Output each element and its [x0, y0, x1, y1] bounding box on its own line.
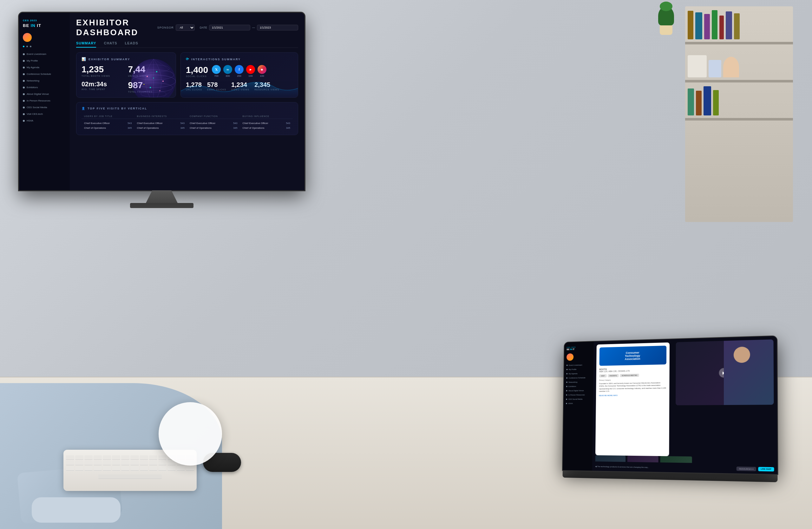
avg-time-label: AVG. TIME SPENT: [82, 88, 124, 90]
laptop-nav-in-person[interactable]: In Person Resources: [564, 393, 593, 397]
date-range-control: DATE —: [200, 25, 298, 30]
laptop-nav-networking[interactable]: Networking: [564, 380, 593, 384]
laptop-video-area: ▶: [676, 339, 774, 405]
topfive-col-business-interests: BUSINESS INTERESTS Chief Executive Offic…: [134, 114, 187, 130]
dashboard-tabs: SUMMARY CHATS LEADS: [76, 41, 298, 48]
logo-beinit-label: BE IN IT: [23, 23, 66, 28]
tab-leads[interactable]: LEADS: [125, 41, 138, 47]
laptop-exhibitor-content: ConsumerTechnologyAssociation BOOTH ABA …: [592, 336, 778, 474]
monitor-screen: CES 2023 BE IN IT Event Livestream: [19, 13, 304, 190]
sponsor-control: SPONSOR All: [157, 25, 195, 31]
live-chat-button[interactable]: LIVE CHAT: [758, 467, 774, 471]
table-row: Chief Executive Officer 543: [82, 121, 134, 126]
resources-button[interactable]: RESOURCES ▾: [737, 467, 756, 471]
laptop-favorite-button[interactable]: FAVORITE: [608, 374, 619, 377]
mouse-pad: [159, 402, 222, 466]
laptop-booth-info: BOOTH ABA 129, ABA 130, CESMS-179: [599, 367, 666, 373]
linkedin-count: 300: [226, 75, 230, 77]
laptop-schedule-button[interactable]: SCHEDULE MEETING: [620, 373, 639, 377]
laptop-video-overlay: ▶: [676, 339, 774, 405]
total-booth-views-label: TOTAL BOOTH VIEWS: [82, 75, 124, 77]
dashboard-controls: SPONSOR All DATE —: [157, 25, 298, 31]
summary-cards-row: 📊 EXHIBITOR SUMMARY 1,235 TOTAL BOOTH VI…: [76, 52, 298, 98]
date-to-input[interactable]: [257, 25, 298, 30]
date-label: DATE: [200, 26, 207, 29]
top-five-icon: 👤: [82, 107, 86, 110]
facebook-count: 200: [237, 75, 241, 77]
social-clicks-row: 1,400 SOCIAL CLICKS 𝕏 700 in: [186, 65, 293, 77]
svg-point-11: [143, 84, 144, 85]
monitor-base: [130, 203, 193, 208]
youtube-stat: ▶ 100: [246, 65, 255, 77]
laptop-company-description: Founded in 1924, and formerly known as C…: [599, 382, 666, 393]
laptop: CES 2023 BE IN IT Event Livestream My Pr…: [562, 336, 778, 508]
tab-chats[interactable]: CHATS: [104, 41, 117, 47]
svg-point-9: [162, 80, 164, 82]
social-clicks-stat: 1,400 SOCIAL CLICKS: [186, 65, 208, 77]
sidebar-nav: Event Livestream My Profile My Agenda: [19, 51, 70, 124]
bookshelf: [685, 6, 793, 222]
laptop-nav-about-digital[interactable]: About Digital Venue: [564, 388, 593, 393]
sidebar-item-about-digital-venue[interactable]: About Digital Venue: [19, 91, 70, 97]
sidebar-item-visit-ces[interactable]: Visit CES.tech: [19, 111, 70, 117]
linkedin-stat: in 300: [223, 65, 232, 77]
dashboard-main-content: EXHIBITOR DASHBOARD SPONSOR All DATE: [70, 13, 304, 190]
social-icons-row: 𝕏 700 in 300 f 200: [212, 65, 266, 77]
dashboard-title: EXHIBITOR DASHBOARD: [76, 18, 157, 38]
avatar: [23, 33, 32, 42]
monitor-stand: [146, 190, 178, 203]
exhibitor-summary-card: 📊 EXHIBITOR SUMMARY 1,235 TOTAL BOOTH VI…: [76, 52, 176, 98]
dashboard-header: EXHIBITOR DASHBOARD SPONSOR All DATE: [76, 18, 298, 38]
laptop-read-more[interactable]: READ BE MORE INFO: [599, 394, 666, 396]
date-separator: —: [252, 26, 255, 29]
facebook-icon: f: [235, 65, 244, 74]
sponsor-label: SPONSOR: [157, 26, 174, 29]
table-row: Chief Executive Officer 543: [187, 121, 240, 126]
laptop-toolbar-right: RESOURCES ▾ LIVE CHAT: [737, 467, 774, 472]
laptop-screen: CES 2023 BE IN IT Event Livestream My Pr…: [563, 336, 778, 474]
interactions-icon: ⟳: [186, 57, 189, 61]
topfive-col-buying-influence: BUYING INFLUENCE Chief Executive Officer…: [240, 114, 293, 130]
table-row: Chief Executive Officer 543: [134, 121, 187, 126]
sidebar-item-hs4a[interactable]: HS4A: [19, 118, 70, 124]
table-row: Chief of Operations 345: [240, 126, 293, 130]
laptop-ui: CES 2023 BE IN IT Event Livestream My Pr…: [563, 336, 778, 474]
sidebar-item-networking[interactable]: Networking: [19, 78, 70, 84]
interactions-summary-card: ⟳ INTERACTIONS SUMMARY 1,400 SOCIAL CLIC…: [180, 52, 298, 98]
laptop-visit-button[interactable]: VISIT: [599, 374, 607, 378]
laptop-nav-exhibitors[interactable]: Exhibitors: [564, 384, 593, 389]
laptop-logo: CES 2023 BE IN IT: [564, 344, 593, 354]
plant: [653, 6, 679, 38]
date-from-input[interactable]: [209, 25, 250, 30]
sidebar-item-ces-social-media[interactable]: CES Social Media: [19, 104, 70, 111]
laptop-nav-ces-social[interactable]: CES Social Media: [564, 397, 593, 401]
tab-summary[interactable]: SUMMARY: [76, 41, 96, 47]
main-monitor: CES 2023 BE IN IT Event Livestream: [19, 13, 304, 209]
sidebar-item-exhibitors[interactable]: Exhibitors: [19, 84, 70, 90]
topfive-col-company-function: COMPANY FUNCTION Chief Executive Officer…: [187, 114, 240, 130]
video-person: [724, 339, 774, 405]
sidebar-item-my-agenda[interactable]: My Agenda: [19, 64, 70, 70]
svg-point-12: [159, 90, 160, 91]
laptop-primary-category: Primary Category: [599, 378, 666, 381]
top-five-table: USERS BY JOB TITLE Chief Executive Offic…: [82, 114, 293, 130]
sidebar-item-my-profile[interactable]: My Profile: [19, 58, 70, 64]
instagram-icon: ◉: [258, 65, 266, 74]
laptop-nav-hs4a[interactable]: HS4A: [564, 401, 593, 406]
total-booth-views-value: 1,235: [82, 65, 124, 74]
laptop-company-name: ConsumerTechnologyAssociation: [625, 351, 640, 361]
laptop-exhibitor-card: ConsumerTechnologyAssociation BOOTH ABA …: [595, 342, 670, 456]
sidebar-item-in-person-resources[interactable]: In Person Resources: [19, 98, 70, 104]
interactions-summary-title: ⟳ INTERACTIONS SUMMARY: [186, 57, 293, 61]
sidebar-item-event-livestream[interactable]: Event Livestream: [19, 51, 70, 57]
laptop-avatar: [566, 353, 574, 361]
col-header-business-interests: BUSINESS INTERESTS: [134, 114, 187, 119]
laptop-main: ConsumerTechnologyAssociation BOOTH ABA …: [592, 336, 778, 474]
sidebar-item-conference-schedule[interactable]: Conference Schedule: [19, 71, 70, 77]
instagram-count: 100: [260, 75, 264, 77]
topfive-col-job-title: USERS BY JOB TITLE Chief Executive Offic…: [82, 114, 134, 130]
sidebar: CES 2023 BE IN IT Event Livestream: [19, 13, 70, 190]
sponsor-select[interactable]: All: [176, 25, 195, 31]
avg-time-stat: 02m:34s AVG. TIME SPENT: [82, 81, 124, 93]
top-five-title: 👤 TOP FIVE VISITS BY VERTICAL: [82, 107, 293, 110]
